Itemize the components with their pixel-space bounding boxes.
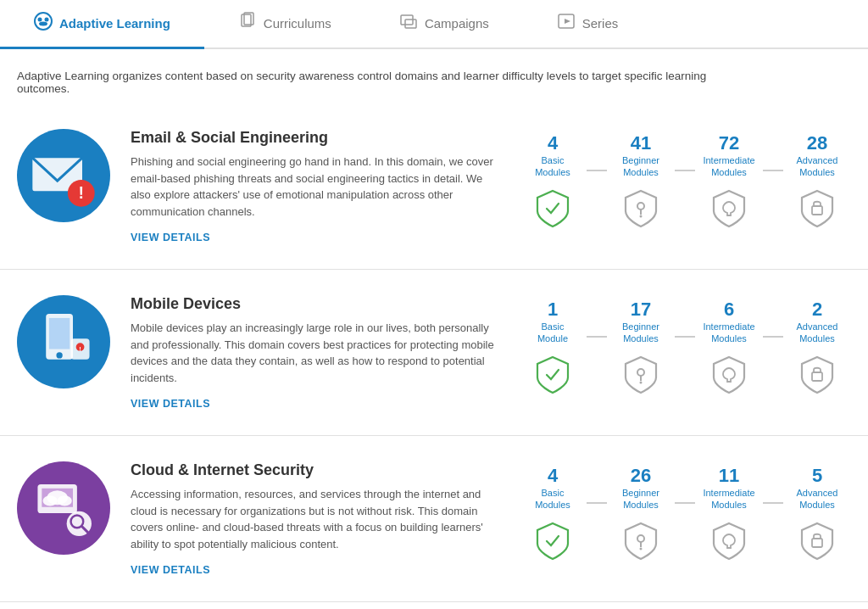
email-intermediate-shield (710, 187, 748, 230)
email-domain-icon: ! (17, 129, 110, 222)
svg-marker-9 (565, 19, 570, 24)
email-advanced-col: 28 AdvancedModules (783, 132, 851, 230)
svg-text:!: ! (79, 345, 81, 353)
cloud-beginner-count: 26 (631, 465, 651, 487)
email-connector-3 (763, 170, 783, 171)
email-icon-wrap: ! (17, 129, 110, 222)
svg-point-40 (640, 547, 643, 550)
tab-adaptive-learning[interactable]: Adaptive Learning (0, 0, 204, 49)
cloud-view-details[interactable]: VIEW DETAILS (131, 564, 210, 576)
cloud-connector-2 (675, 502, 695, 504)
mobile-basic-label: BasicModule (537, 321, 568, 345)
svg-point-21 (56, 352, 62, 358)
svg-rect-28 (812, 372, 822, 381)
cloud-basic-col: 4 BasicModules (519, 465, 587, 562)
cloud-domain-title: Cloud & Internet Security (131, 461, 498, 479)
email-beginner-col: 41 BeginnerModules (607, 132, 675, 230)
mobile-basic-shield (534, 354, 571, 396)
cloud-advanced-shield (798, 520, 836, 562)
svg-point-33 (43, 495, 58, 506)
curriculums-icon (238, 12, 257, 35)
mobile-intermediate-shield (710, 354, 748, 396)
mobile-basic-col: 1 BasicModule (519, 299, 587, 396)
email-domain-content: Email & Social Engineering Phishing and … (131, 129, 498, 243)
tab-campaigns[interactable]: Campaigns (365, 0, 523, 49)
svg-rect-41 (812, 539, 822, 547)
domain-card-mobile: ! Mobile Devices Mobile devices play an … (0, 270, 868, 436)
svg-point-14 (637, 203, 644, 210)
cloud-advanced-count: 5 (812, 465, 822, 487)
adaptive-learning-icon (34, 12, 53, 35)
mobile-connector-3 (763, 336, 783, 338)
cloud-module-stats: 4 BasicModules 26 BeginnerModules 11 Int… (519, 461, 851, 562)
cloud-beginner-label: BeginnerModules (622, 487, 659, 511)
svg-text:!: ! (79, 183, 85, 202)
email-intermediate-count: 72 (719, 132, 739, 154)
email-advanced-label: AdvancedModules (797, 154, 838, 179)
email-advanced-count: 28 (807, 132, 827, 154)
mobile-advanced-col: 2 AdvancedModules (783, 299, 851, 396)
cloud-basic-label: BasicModules (535, 487, 570, 511)
intro-text: Adaptive Learning organizes content base… (0, 49, 763, 103)
svg-point-3 (39, 22, 47, 26)
domain-card-email-social: ! Email & Social Engineering Phishing an… (0, 103, 868, 270)
svg-point-25 (637, 369, 644, 376)
email-domain-desc: Phishing and social engineering go hand … (131, 154, 495, 220)
email-connector-2 (675, 170, 695, 171)
cloud-beginner-shield (622, 520, 659, 562)
mobile-advanced-count: 2 (812, 299, 822, 321)
email-module-stats: 4 BasicModules 41 BeginnerModules 72 Int… (519, 129, 851, 230)
tab-curriculums-label: Curriculums (264, 16, 331, 31)
domains-container: ! Email & Social Engineering Phishing an… (0, 103, 868, 602)
cloud-intermediate-count: 11 (719, 465, 739, 487)
tab-series[interactable]: Series (523, 0, 653, 49)
email-advanced-shield (798, 187, 836, 230)
cloud-basic-shield (534, 520, 571, 562)
svg-point-38 (637, 535, 644, 542)
tabs-bar: Adaptive Learning Curriculums Campaigns … (0, 0, 868, 49)
tab-series-label: Series (582, 16, 619, 31)
email-domain-title: Email & Social Engineering (131, 129, 498, 147)
svg-rect-17 (812, 206, 822, 215)
svg-rect-20 (49, 318, 70, 349)
cloud-connector-3 (763, 502, 783, 504)
svg-point-34 (58, 495, 72, 506)
email-beginner-label: BeginnerModules (622, 154, 659, 179)
tab-campaigns-label: Campaigns (425, 16, 489, 31)
mobile-connector-2 (675, 336, 695, 338)
email-connector-1 (587, 170, 607, 171)
svg-rect-7 (405, 20, 416, 28)
email-basic-label: BasicModules (535, 154, 570, 179)
cloud-connector-1 (587, 502, 607, 504)
email-basic-col: 4 BasicModules (519, 132, 587, 230)
tab-curriculums[interactable]: Curriculums (204, 0, 365, 49)
mobile-view-details[interactable]: VIEW DETAILS (131, 398, 210, 410)
email-intermediate-label: IntermediateModules (703, 154, 754, 179)
tab-adaptive-learning-label: Adaptive Learning (59, 16, 170, 31)
email-beginner-count: 41 (631, 132, 651, 154)
mobile-icon-wrap: ! (17, 295, 110, 388)
mobile-intermediate-col: 6 IntermediateModules (695, 299, 763, 396)
mobile-connector-1 (587, 336, 607, 338)
mobile-domain-icon: ! (17, 295, 110, 388)
svg-point-0 (35, 13, 52, 30)
cloud-advanced-label: AdvancedModules (797, 487, 838, 511)
email-basic-shield (534, 187, 571, 230)
mobile-domain-desc: Mobile devices play an increasingly larg… (131, 320, 495, 386)
email-basic-count: 4 (548, 132, 558, 154)
email-intermediate-col: 72 IntermediateModules (695, 132, 763, 230)
mobile-basic-count: 1 (548, 299, 558, 321)
mobile-domain-content: Mobile Devices Mobile devices play an in… (131, 295, 498, 410)
cloud-intermediate-col: 11 IntermediateModules (695, 465, 763, 562)
cloud-basic-count: 4 (548, 465, 558, 487)
email-view-details[interactable]: VIEW DETAILS (131, 232, 210, 243)
svg-point-2 (45, 18, 49, 22)
mobile-beginner-col: 17 BeginnerModules (607, 299, 675, 396)
cloud-intermediate-shield (710, 520, 748, 562)
mobile-intermediate-label: IntermediateModules (703, 321, 754, 345)
cloud-domain-desc: Accessing information, resources, and se… (131, 486, 495, 552)
svg-point-16 (640, 215, 643, 217)
cloud-advanced-col: 5 AdvancedModules (783, 465, 851, 562)
svg-point-27 (640, 381, 643, 383)
mobile-module-stats: 1 BasicModule 17 BeginnerModules 6 Inter… (519, 295, 851, 396)
